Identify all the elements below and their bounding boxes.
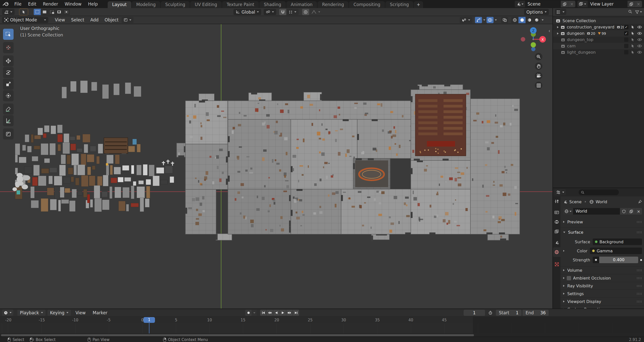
tool-scale[interactable] <box>3 79 14 90</box>
select-mode-extend-button[interactable] <box>41 9 48 15</box>
transform-orientation-dropdown[interactable]: Global <box>233 9 261 15</box>
panel-drag-handle[interactable] <box>636 231 642 233</box>
selectable-cursor-icon[interactable] <box>631 50 634 54</box>
menu-view[interactable]: View <box>52 17 68 22</box>
properties-tab-world[interactable] <box>553 247 560 257</box>
exclude-checkbox[interactable]: ✓ <box>624 31 628 36</box>
hide-eye-icon[interactable] <box>637 38 642 41</box>
view-menu[interactable]: View <box>73 310 88 316</box>
expand-icon[interactable] <box>563 250 565 252</box>
outliner-row-dungeon[interactable]: dungeon 20 99 ✓ <box>553 30 644 37</box>
snap-settings-dropdown[interactable] <box>287 9 299 15</box>
color-input-dropdown[interactable]: Gamma <box>590 248 642 254</box>
properties-tab-view-layer[interactable] <box>553 227 560 236</box>
panel-drag-handle[interactable] <box>636 277 642 279</box>
view-layer-name-field[interactable]: View Layer <box>588 1 627 7</box>
show-gizmo-toggle[interactable] <box>475 17 482 23</box>
exclude-checkbox[interactable] <box>624 38 628 42</box>
tab-layout[interactable]: Layout <box>108 1 131 8</box>
proportional-edit-toggle[interactable] <box>302 9 309 15</box>
play-reverse-button[interactable] <box>273 310 279 316</box>
breadcrumb-world[interactable]: World <box>596 199 607 204</box>
end-frame-field[interactable]: End36 <box>522 310 549 316</box>
shading-rendered-button[interactable] <box>533 17 540 23</box>
menu-add[interactable]: Add <box>87 17 102 22</box>
start-frame-field[interactable]: Start1 <box>496 310 521 316</box>
properties-editor-type-button[interactable] <box>554 189 566 195</box>
view-layer-browse-button[interactable] <box>577 1 588 7</box>
hide-eye-icon[interactable] <box>637 44 642 48</box>
select-mode-intersect-button[interactable] <box>63 9 70 15</box>
scene-name-field[interactable]: Scene <box>525 1 561 7</box>
timeline-editor-type-button[interactable] <box>2 310 13 316</box>
panel-drag-handle[interactable] <box>636 221 642 223</box>
tool-cursor[interactable] <box>3 42 14 53</box>
tool-measure[interactable] <box>3 115 14 126</box>
world-copy-button[interactable] <box>628 208 635 215</box>
gizmo-neg-x-axis[interactable] <box>521 37 525 42</box>
tool-move[interactable] <box>3 55 14 66</box>
hide-eye-icon[interactable] <box>637 51 642 54</box>
playback-menu[interactable]: Playback <box>17 310 46 316</box>
record-button[interactable] <box>245 310 252 316</box>
panel-preview[interactable]: Preview <box>560 218 644 226</box>
select-mode-new-button[interactable] <box>34 9 41 15</box>
outliner-row-construction-graveyard[interactable]: construction_graveyard 20 ✓ <box>553 24 644 30</box>
scene-unlink-button[interactable]: × <box>568 1 575 7</box>
jump-to-end-button[interactable] <box>293 310 299 316</box>
outliner-row-scene-collection[interactable]: Scene Collection <box>553 18 644 24</box>
strength-slider[interactable]: 0.400 <box>599 257 638 263</box>
panel-drag-handle[interactable] <box>636 300 642 303</box>
view-layer-remove-button[interactable]: × <box>635 1 642 7</box>
playhead-badge[interactable]: 1 <box>143 317 155 323</box>
tool-rotate[interactable] <box>3 67 14 78</box>
animate-decorator[interactable] <box>640 259 642 261</box>
select-mode-subtract-button[interactable] <box>48 9 55 15</box>
properties-tab-scene[interactable] <box>553 238 560 247</box>
selectable-cursor-icon[interactable] <box>631 38 634 42</box>
panel-surface-header[interactable]: Surface <box>560 228 644 236</box>
ao-checkbox[interactable] <box>567 276 571 280</box>
shading-material-button[interactable] <box>526 17 533 23</box>
active-tool-button[interactable] <box>19 9 28 15</box>
exclude-checkbox[interactable] <box>624 44 628 48</box>
marker-menu[interactable]: Marker <box>90 310 110 316</box>
panel-ambient-occlusion[interactable]: Ambient Occlusion <box>560 274 644 282</box>
outliner-row-cam[interactable]: cam <box>553 43 644 49</box>
selectable-cursor-icon[interactable] <box>631 25 634 29</box>
proportional-falloff-dropdown[interactable] <box>309 9 323 15</box>
menu-select[interactable]: Select <box>68 17 87 22</box>
tab-sculpting[interactable]: Sculpting <box>161 1 190 8</box>
gizmo-settings-dropdown[interactable] <box>482 17 487 23</box>
tab-compositing[interactable]: Compositing <box>349 1 385 8</box>
exclude-checkbox[interactable] <box>624 50 628 54</box>
panel-settings[interactable]: Settings <box>560 290 644 297</box>
tab-scripting[interactable]: Scripting <box>385 1 414 8</box>
outliner-row-dungeon-top[interactable]: dungeon_top <box>553 37 644 43</box>
overlays-settings-dropdown[interactable] <box>494 17 498 23</box>
mode-dropdown[interactable]: Object Mode <box>2 17 48 23</box>
show-overlays-toggle[interactable] <box>487 17 494 23</box>
pivot-point-dropdown[interactable] <box>264 9 276 15</box>
tab-texture-paint[interactable]: Texture Paint <box>222 1 259 8</box>
breadcrumb-scene[interactable]: Scene <box>569 199 582 204</box>
zoom-button[interactable] <box>535 53 542 60</box>
blender-logo-icon[interactable] <box>3 1 10 7</box>
playhead-line[interactable] <box>149 323 149 333</box>
outliner-search-button[interactable] <box>628 10 632 15</box>
prev-keyframe-button[interactable] <box>267 310 273 316</box>
next-keyframe-button[interactable] <box>286 310 293 316</box>
hide-eye-icon[interactable] <box>637 32 642 35</box>
view-layer-copy-button[interactable] <box>628 1 635 7</box>
viewport-3d[interactable]: User Orthographic (1) Scene Collection <box>0 24 552 309</box>
menu-render[interactable]: Render <box>39 0 61 8</box>
outliner-filter-button[interactable] <box>635 10 642 14</box>
axis-gizmo[interactable]: Z X <box>518 25 549 55</box>
gizmo-neg-y-axis[interactable] <box>531 42 536 48</box>
fake-user-button[interactable] <box>620 208 627 215</box>
tool-add-cube[interactable] <box>3 128 14 140</box>
shading-solid-button[interactable] <box>518 17 526 23</box>
panel-drag-handle[interactable] <box>636 269 642 271</box>
tab-modeling[interactable]: Modeling <box>132 1 160 8</box>
gizmo-neg-z-axis[interactable] <box>531 47 536 51</box>
